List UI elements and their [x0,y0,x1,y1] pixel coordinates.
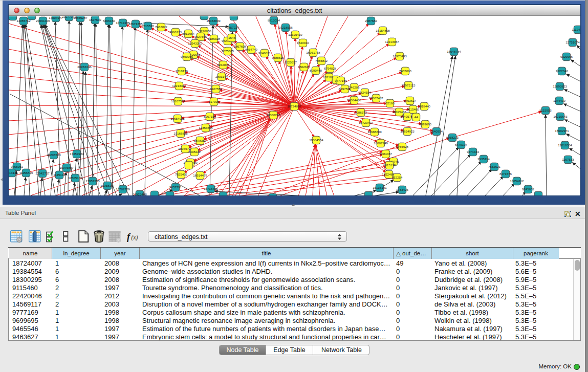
svg-text:11156829: 11156829 [19,171,33,174]
svg-text:1112484: 1112484 [572,28,580,31]
svg-text:7857224: 7857224 [227,26,239,29]
svg-text:12353594: 12353594 [199,126,213,129]
svg-text:8115955: 8115955 [539,108,552,112]
svg-text:9227342: 9227342 [556,69,569,73]
svg-text:7485063: 7485063 [399,69,412,73]
svg-text:(x): (x) [131,234,138,241]
svg-text:7986372: 7986372 [355,111,367,114]
svg-text:7463822: 7463822 [155,25,168,29]
svg-text:10719155: 10719155 [116,21,130,25]
svg-text:10807487: 10807487 [369,96,383,100]
svg-text:1167533: 1167533 [562,158,574,161]
svg-text:10688609: 10688609 [367,130,382,134]
svg-text:8186328: 8186328 [208,37,221,40]
svg-text:9756928: 9756928 [396,145,409,148]
svg-text:15692971: 15692971 [555,129,569,133]
svg-text:2867608: 2867608 [234,45,247,48]
svg-text:9329966: 9329966 [560,55,573,58]
svg-text:17957255: 17957255 [85,179,100,183]
svg-text:12975115: 12975115 [401,83,416,87]
svg-text:2718176: 2718176 [176,69,188,73]
svg-text:8454749: 8454749 [245,48,258,51]
svg-text:7588520: 7588520 [272,56,285,59]
svg-text:20206533: 20206533 [47,153,61,157]
svg-text:19384554: 19384554 [309,138,323,142]
svg-text:44: 44 [415,115,418,119]
svg-text:7532621: 7532621 [488,165,501,168]
svg-text:1244419: 1244419 [553,99,566,102]
svg-text:19218506: 19218506 [278,26,293,29]
svg-text:16033809: 16033809 [206,19,221,23]
svg-text:12213967: 12213967 [385,40,399,43]
svg-text:9657791: 9657791 [169,185,182,189]
svg-text:6479197: 6479197 [455,143,468,146]
svg-text:8267150: 8267150 [204,115,216,118]
svg-text:12942757: 12942757 [35,171,50,175]
svg-text:7625402: 7625402 [175,172,188,176]
svg-text:1145194: 1145194 [53,173,66,177]
svg-text:15136141: 15136141 [373,186,387,189]
svg-text:18724007: 18724007 [287,104,301,108]
svg-text:9146821: 9146821 [258,51,271,55]
svg-text:10655287: 10655287 [73,16,88,19]
svg-text:9245652: 9245652 [522,187,535,191]
svg-text:17016504: 17016504 [558,143,572,147]
svg-text:9084067: 9084067 [380,152,393,156]
svg-text:20691406: 20691406 [36,19,50,23]
svg-text:2087682: 2087682 [365,19,378,23]
svg-text:16671355: 16671355 [128,22,143,26]
svg-text:62160: 62160 [385,101,395,105]
svg-text:10975887: 10975887 [59,166,74,169]
svg-text:9777169: 9777169 [335,79,347,82]
svg-text:16648784: 16648784 [447,50,461,53]
svg-text:18807249: 18807249 [374,141,388,145]
svg-text:1562615: 1562615 [298,65,311,69]
svg-text:3824554: 3824554 [359,91,372,94]
svg-text:8813054: 8813054 [268,18,280,22]
svg-text:8878352: 8878352 [194,139,207,142]
svg-text:20364436: 20364436 [347,98,361,102]
svg-text:17004977: 17004977 [49,16,63,19]
svg-text:16782759: 16782759 [116,187,130,191]
svg-text:13226058: 13226058 [197,29,211,33]
svg-text:1527602: 1527602 [89,18,102,21]
svg-text:19166825: 19166825 [173,132,188,135]
svg-text:9527506: 9527506 [194,35,207,38]
svg-text:9875685: 9875685 [222,49,234,53]
svg-text:16914479: 16914479 [193,173,207,177]
svg-text:8471676: 8471676 [499,172,512,176]
svg-text:18300295: 18300295 [266,113,280,117]
svg-text:1640954: 1640954 [430,129,443,133]
svg-text:1615132: 1615132 [383,163,396,167]
svg-text:9463627: 9463627 [404,99,417,102]
svg-text:1546: 1546 [228,36,235,39]
svg-text:15751074: 15751074 [565,40,580,44]
svg-text:16210643: 16210643 [553,115,568,118]
svg-text:10958187: 10958187 [100,184,115,187]
svg-text:8912954: 8912954 [182,32,195,35]
svg-text:6794028: 6794028 [324,67,337,70]
svg-text:f: f [127,232,131,242]
svg-text:13325419: 13325419 [288,33,302,36]
svg-text:2803144: 2803144 [215,75,228,78]
svg-text:19654923: 19654923 [400,129,415,133]
svg-text:1733426: 1733426 [396,188,409,191]
svg-text:15716485: 15716485 [204,187,218,190]
svg-text:3498222: 3498222 [188,150,201,154]
svg-text:19654925: 19654925 [170,117,185,120]
svg-text:1540910: 1540910 [297,41,310,45]
svg-text:9960123: 9960123 [169,30,182,34]
svg-text:10654112: 10654112 [510,179,524,183]
svg-text:7515526: 7515526 [142,24,155,28]
svg-text:10107554: 10107554 [171,99,185,103]
svg-text:252254: 252254 [392,176,403,179]
svg-text:12505135: 12505135 [68,176,82,180]
svg-text:15720407: 15720407 [359,121,373,124]
svg-text:217006: 217006 [209,100,220,103]
svg-text:9242848: 9242848 [217,63,230,67]
svg-text:16961758: 16961758 [306,51,320,54]
svg-text:12213369: 12213369 [172,84,186,87]
svg-text:9465061: 9465061 [11,165,24,168]
svg-text:12923448: 12923448 [133,192,147,195]
svg-text:9474444: 9474444 [467,150,480,154]
